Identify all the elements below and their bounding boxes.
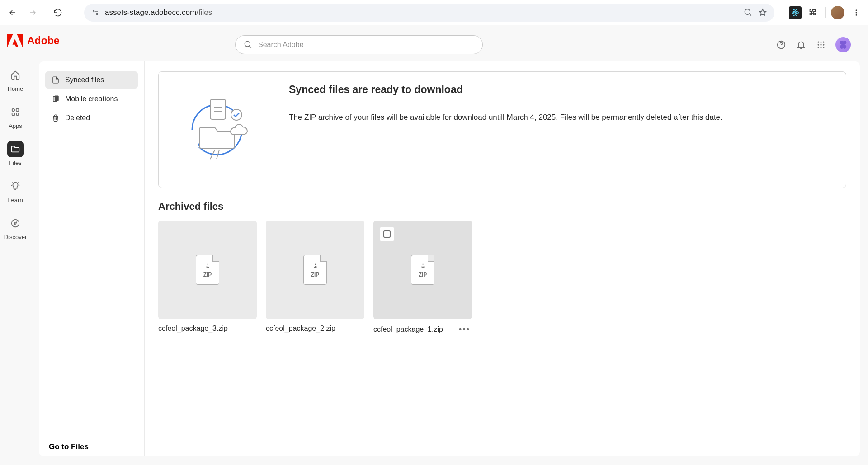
svg-point-19	[820, 47, 821, 48]
help-button[interactable]	[776, 39, 787, 50]
sidebar-item-label: Mobile creations	[65, 95, 118, 103]
site-settings-icon[interactable]	[91, 9, 99, 17]
search-box[interactable]	[235, 35, 483, 54]
file-name: ccfeol_package_2.zip	[266, 324, 335, 333]
zip-file-icon: ⇣ ZIP	[411, 255, 434, 285]
arrow-right-icon	[28, 8, 37, 17]
divider	[289, 103, 832, 103]
svg-point-16	[820, 44, 821, 45]
address-bar[interactable]: assets-stage.adobecc.com/files	[84, 4, 774, 22]
svg-point-17	[823, 44, 824, 45]
rail-item-discover[interactable]: Discover	[4, 215, 27, 240]
notifications-button[interactable]	[796, 39, 807, 50]
adobe-logo-text: Adobe	[27, 35, 60, 47]
file-thumbnail[interactable]: ⇣ ZIP	[373, 221, 472, 319]
lightbulb-icon	[10, 181, 20, 191]
svg-point-7	[856, 9, 857, 11]
browser-toolbar: assets-stage.adobecc.com/files	[0, 0, 868, 25]
banner-illustration	[159, 72, 275, 188]
svg-rect-27	[55, 96, 59, 101]
sidebar-item-deleted[interactable]: Deleted	[45, 109, 138, 127]
rail-label-home: Home	[8, 85, 24, 92]
reload-icon	[53, 8, 62, 17]
rail-item-files[interactable]: Files	[7, 141, 24, 166]
file-thumbnail[interactable]: ⇣ ZIP	[158, 221, 257, 319]
mobile-icon	[52, 95, 60, 103]
svg-point-18	[818, 47, 819, 48]
file-card: ⇣ ZIP ccfeol_package_1.zip •••	[373, 221, 472, 334]
svg-point-8	[856, 12, 857, 13]
nav-rail: Home Apps Files Learn Discover	[0, 25, 31, 465]
svg-point-20	[823, 47, 824, 48]
folder-icon	[10, 144, 20, 154]
file-checkbox[interactable]	[380, 227, 394, 241]
zip-file-icon: ⇣ ZIP	[303, 255, 327, 285]
bell-icon	[796, 40, 806, 50]
svg-point-29	[231, 109, 242, 120]
zip-file-icon: ⇣ ZIP	[196, 255, 219, 285]
adobe-logo[interactable]: Adobe	[7, 34, 60, 47]
svg-point-14	[823, 42, 824, 43]
extensions-button[interactable]	[807, 6, 820, 19]
svg-point-15	[818, 44, 819, 45]
trash-icon	[52, 114, 60, 122]
svg-point-25	[12, 220, 19, 227]
help-icon	[776, 40, 786, 50]
more-vertical-icon	[852, 9, 860, 17]
file-name: ccfeol_package_1.zip	[373, 325, 443, 333]
rail-label-apps: Apps	[9, 122, 22, 129]
url-host: assets-stage.adobecc.com	[105, 8, 196, 17]
arrow-left-icon	[8, 8, 17, 17]
reload-button[interactable]	[51, 5, 65, 20]
file-thumbnail[interactable]: ⇣ ZIP	[266, 221, 364, 319]
app-switcher-button[interactable]	[816, 39, 826, 50]
user-avatar[interactable]	[835, 37, 851, 52]
url-text: assets-stage.adobecc.com/files	[105, 8, 738, 17]
banner-title: Synced files are ready to download	[289, 84, 832, 96]
file-name: ccfeol_package_3.zip	[158, 324, 228, 333]
svg-rect-28	[210, 99, 226, 119]
zoom-icon[interactable]	[744, 8, 753, 17]
butterfly-icon	[838, 40, 848, 50]
rail-item-learn[interactable]: Learn	[7, 178, 24, 203]
sidebar-item-synced-files[interactable]: Synced files	[45, 71, 138, 89]
browser-profile-avatar[interactable]	[831, 6, 844, 19]
sidebar-item-mobile-creations[interactable]: Mobile creations	[45, 90, 138, 108]
file-card: ⇣ ZIP ccfeol_package_2.zip	[266, 221, 364, 334]
go-to-files-link[interactable]: Go to Files	[49, 442, 89, 451]
svg-rect-23	[12, 113, 15, 116]
nav-forward-button	[25, 5, 40, 20]
svg-point-6	[795, 12, 796, 13]
home-icon	[10, 70, 20, 80]
search-input[interactable]	[258, 41, 474, 49]
svg-point-21	[12, 109, 15, 112]
file-card: ⇣ ZIP ccfeol_package_3.zip	[158, 221, 257, 334]
rail-label-files: Files	[9, 160, 21, 166]
puzzle-icon	[809, 8, 818, 17]
svg-rect-22	[16, 109, 19, 112]
svg-point-12	[818, 42, 819, 43]
rail-item-apps[interactable]: Apps	[7, 104, 24, 129]
app-header	[72, 32, 859, 58]
rail-item-home[interactable]: Home	[7, 67, 24, 92]
url-path: /files	[196, 8, 212, 17]
download-banner: Synced files are ready to download The Z…	[158, 71, 846, 188]
file-more-actions-button[interactable]: •••	[457, 324, 472, 334]
nav-back-button[interactable]	[5, 5, 20, 20]
app-body: Home Apps Files Learn Discover Synced fi…	[0, 25, 868, 465]
svg-point-24	[16, 113, 19, 116]
atom-icon	[791, 9, 799, 17]
browser-menu-button[interactable]	[850, 6, 863, 19]
svg-point-2	[745, 9, 750, 14]
rail-label-learn: Learn	[8, 197, 23, 203]
compass-icon	[10, 218, 20, 228]
banner-description: The ZIP archive of your files will be av…	[289, 112, 832, 123]
main-panel: Synced files Mobile creations Deleted	[39, 61, 860, 456]
svg-point-9	[856, 14, 857, 15]
bookmark-star-icon[interactable]	[758, 8, 767, 17]
apps-icon	[10, 107, 20, 117]
react-devtools-extension-icon[interactable]	[789, 6, 802, 19]
svg-point-0	[93, 10, 94, 12]
sidebar-item-label: Synced files	[65, 76, 104, 84]
sync-folder-illustration-icon	[179, 91, 255, 168]
